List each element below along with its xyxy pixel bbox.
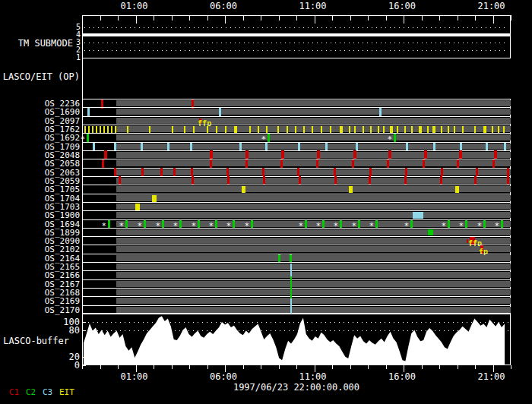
hour-tick: [154, 15, 154, 21]
os-row-separator: [82, 116, 511, 117]
os-row-band: [116, 134, 511, 140]
hour-tick: [136, 15, 137, 24]
hour-tick: [368, 15, 369, 21]
os-row-band: [116, 109, 511, 115]
os-row-separator: [82, 210, 511, 211]
event-tick: [92, 126, 93, 133]
hour-tick: [189, 15, 190, 21]
os-row-separator: [82, 107, 511, 108]
hour-tick: [296, 15, 297, 21]
event-tick: [172, 126, 173, 133]
os-row-label: OS_1703: [2, 203, 80, 211]
os-row-band: [116, 298, 511, 304]
event-tick: [258, 126, 259, 133]
event-tick: [349, 126, 350, 133]
event-tick: [474, 126, 476, 133]
event-tick: [492, 126, 493, 133]
event-tick: [455, 186, 459, 193]
axis-tick-label: 01:00: [115, 2, 154, 11]
hour-tick: [207, 15, 208, 21]
os-row-separator: [82, 202, 511, 203]
os-row-label: OS_1709: [2, 143, 80, 151]
hour-tick: [225, 15, 226, 24]
hour-tick: [100, 15, 101, 21]
event-tick: [330, 126, 331, 133]
buffer-ytick-label: 80: [46, 326, 80, 335]
event-tick: [411, 126, 413, 133]
os-row-band: [116, 281, 511, 287]
legend-item-c3: C3: [43, 388, 52, 397]
event-tick: [383, 126, 385, 133]
event-tick: [115, 126, 116, 133]
submode-active-bar: [83, 33, 510, 36]
os-row-band: [116, 160, 511, 166]
event-tick: [419, 126, 422, 133]
os-marker-line-segment: [290, 264, 292, 276]
os-row-separator: [82, 236, 511, 237]
os-row-band: [116, 264, 511, 270]
buffer-ytick-label: 0: [46, 361, 80, 370]
event-tick: [503, 126, 505, 133]
os-row-separator: [82, 279, 511, 280]
os-row-band: [116, 178, 511, 184]
os-row-label: OS_2170: [2, 306, 80, 314]
hour-tick: [439, 365, 440, 369]
submode-level-label: 1: [73, 54, 81, 62]
os-row-band: [116, 144, 511, 150]
os-row-separator: [82, 133, 511, 134]
hour-tick: [279, 365, 280, 369]
os-row-separator: [82, 159, 511, 159]
os-row-separator: [82, 288, 511, 289]
os-row-band: [116, 238, 511, 244]
date-label: 1997/06/23 22:00:00.000: [82, 383, 511, 392]
event-tick: [152, 195, 157, 202]
event-tick: [266, 126, 268, 133]
hour-tick: [386, 15, 387, 21]
os-row-band: [116, 195, 511, 201]
legend-item-c1: C1: [9, 388, 19, 397]
os-row-band: [116, 100, 511, 106]
hour-tick: [315, 15, 315, 24]
event-tick: [378, 126, 379, 133]
hour-tick: [368, 365, 369, 369]
event-tick: [216, 126, 217, 133]
os-row-separator: [82, 296, 511, 297]
hour-tick: [386, 365, 387, 369]
event-tick: [100, 126, 101, 133]
os-row-separator: [82, 254, 511, 254]
os-row-separator: [82, 219, 511, 220]
event-tick: [413, 212, 423, 219]
event-tick: [107, 126, 109, 133]
hour-tick: [422, 365, 423, 369]
event-tick: [249, 126, 251, 133]
hour-tick: [118, 15, 119, 21]
event-tick: [84, 126, 86, 133]
os-row-band: [116, 126, 511, 132]
os-row-label: OS_2058: [2, 159, 80, 168]
os-row-band: [116, 118, 511, 124]
event-tick: [370, 126, 372, 133]
hour-tick: [118, 365, 119, 369]
lasco-scheduler-screen: TM SUBMODE LASCO/EIT (OP) LASCO-buffer 1…: [0, 0, 532, 404]
hour-tick: [189, 365, 190, 369]
lasco-buffer-label: LASCO-buffer: [0, 336, 69, 346]
lasco-eit-label: LASCO/EIT (OP): [0, 72, 80, 81]
hour-tick: [82, 15, 83, 21]
event-tick: [149, 126, 150, 133]
hour-tick: [172, 365, 173, 369]
os-row-label: OS_1704: [2, 194, 80, 203]
os-row-separator: [82, 305, 511, 306]
os-row-band: [116, 246, 511, 252]
hour-tick: [100, 365, 101, 369]
hour-tick: [350, 15, 351, 21]
hour-tick: [404, 15, 404, 24]
event-tick: [441, 126, 442, 133]
hour-tick: [172, 15, 173, 21]
hour-tick: [243, 15, 244, 21]
axis-tick-label: 16:00: [382, 372, 422, 381]
os-row-band: [116, 272, 511, 278]
hour-tick: [511, 365, 511, 369]
submode-level-line: [84, 27, 508, 28]
event-tick: [321, 126, 322, 133]
hour-tick: [458, 365, 458, 369]
